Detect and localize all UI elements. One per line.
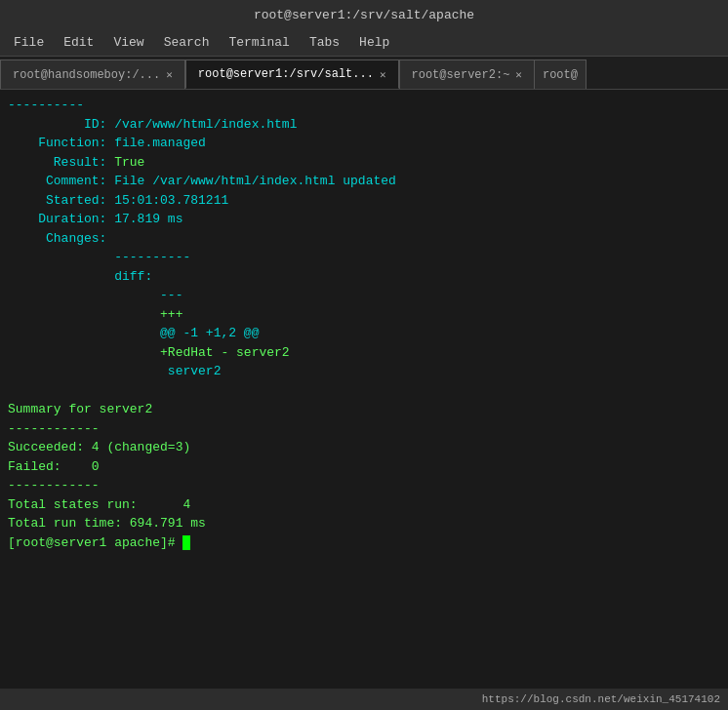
line-separator-3: ------------ xyxy=(8,476,720,495)
line-succeeded: Succeeded: 4 (changed=3) xyxy=(8,438,720,457)
tab-0-label: root@handsomeboy:/... xyxy=(13,68,160,82)
title-text: root@server1:/srv/salt/apache xyxy=(254,8,474,22)
menu-view[interactable]: View xyxy=(103,33,153,52)
tab-1-label: root@server1:/srv/salt... xyxy=(198,67,374,81)
line-comment: Comment: File /var/www/html/index.html u… xyxy=(8,172,720,191)
line-separator-2: ------------ xyxy=(8,419,720,439)
menu-edit[interactable]: Edit xyxy=(54,33,103,52)
status-url: https://blog.csdn.net/weixin_45174102 xyxy=(482,693,720,705)
line-failed: Failed: 0 xyxy=(8,457,720,477)
menu-file[interactable]: File xyxy=(4,33,54,52)
menu-terminal[interactable]: Terminal xyxy=(219,33,299,52)
tab-overflow: root@ xyxy=(535,59,586,89)
tab-1[interactable]: root@server1:/srv/salt... ✕ xyxy=(185,59,399,89)
menu-help[interactable]: Help xyxy=(349,33,399,52)
line-diff-plus: +++ xyxy=(8,305,720,325)
line-function: Function: file.managed xyxy=(8,134,720,153)
terminal-content: ---------- ID: /var/www/html/index.html … xyxy=(0,90,728,710)
tab-1-close[interactable]: ✕ xyxy=(380,68,386,81)
menu-search[interactable]: Search xyxy=(154,33,220,52)
line-started: Started: 15:01:03.781211 xyxy=(8,191,720,211)
line-diff-hunk: @@ -1 +1,2 @@ xyxy=(8,324,720,343)
line-duration: Duration: 17.819 ms xyxy=(8,210,720,229)
line-diff-minus: --- xyxy=(8,286,720,305)
menu-bar: File Edit View Search Terminal Tabs Help xyxy=(0,29,728,57)
tab-0-close[interactable]: ✕ xyxy=(166,68,173,81)
line-total-time: Total run time: 694.791 ms xyxy=(8,514,720,533)
status-bar: https://blog.csdn.net/weixin_45174102 xyxy=(0,689,728,710)
line-result: Result: True xyxy=(8,153,720,173)
tab-2-label: root@server2:~ xyxy=(412,68,510,82)
tab-0[interactable]: root@handsomeboy:/... ✕ xyxy=(0,59,185,89)
line-summary-header: Summary for server2 xyxy=(8,400,720,419)
line-diff-added: +RedHat - server2 xyxy=(8,343,720,363)
line-separator-1: ---------- xyxy=(8,96,720,115)
tab-3-label: root@ xyxy=(543,68,578,82)
tab-2-close[interactable]: ✕ xyxy=(515,68,522,81)
line-diff-context: server2 xyxy=(8,362,720,381)
line-id: ID: /var/www/html/index.html xyxy=(8,115,720,135)
line-diff: diff: xyxy=(8,267,720,287)
line-blank xyxy=(8,381,720,401)
menu-tabs[interactable]: Tabs xyxy=(300,33,349,52)
line-prompt[interactable]: [root@server1 apache]# xyxy=(8,533,720,553)
line-changes: Changes: xyxy=(8,229,720,249)
tab-2[interactable]: root@server2:~ ✕ xyxy=(399,59,535,89)
title-bar: root@server1:/srv/salt/apache xyxy=(0,0,728,29)
tab-bar: root@handsomeboy:/... ✕ root@server1:/sr… xyxy=(0,57,728,90)
line-total-states: Total states run: 4 xyxy=(8,495,720,515)
line-separator-inner: ---------- xyxy=(8,248,720,267)
